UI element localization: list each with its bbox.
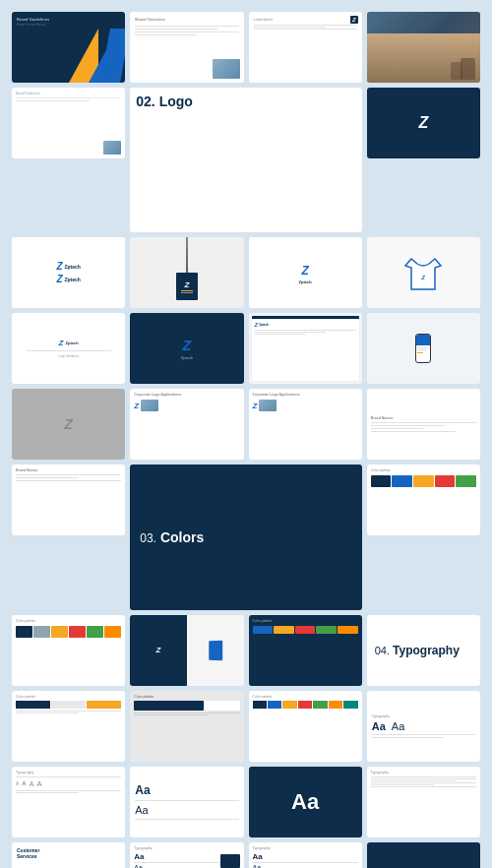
aa-display-b: Aa	[392, 720, 404, 732]
logo-section-title: 02.	[136, 93, 154, 109]
shirt-svg: Z	[403, 254, 443, 291]
card-typo-web-b: Typography Aa Aa	[130, 842, 243, 868]
card-polo-shirt: Z	[367, 237, 480, 308]
card-swatch-e: Color palette	[130, 691, 243, 762]
colors-num: 03.	[140, 531, 156, 545]
stationery-logo: Z	[255, 322, 259, 328]
row-1: Brand Guidelines Brand Identity Manual B…	[12, 12, 480, 83]
brand-sm-label: Brand Guidelines	[16, 92, 121, 95]
row-5: Z Corporate Logo Applications Z Corporat…	[12, 389, 480, 460]
brand-overview-label: Brand Overview	[135, 17, 238, 22]
card-logo-center: Z Zptech	[249, 237, 362, 308]
logo-z-white: Z	[418, 114, 428, 132]
swatch-b-label: Color palette	[16, 619, 121, 623]
card-corp-app-a: Corporate Logo Applications Z	[130, 389, 243, 460]
card-badge: Z	[130, 237, 243, 308]
card-typo-aa-small: Typography Aa Aa	[367, 691, 480, 762]
logo-z-dark-b: Z	[183, 338, 192, 353]
brand-names-b-label: Brand Names	[16, 468, 121, 472]
card-logo-ww-a: Z Zptech Z Zptech	[12, 237, 125, 308]
card-phone	[367, 313, 480, 384]
card-logo-section: 02. Logo	[130, 88, 362, 232]
card-logo-dark: Z	[367, 88, 480, 158]
logo-section-label: Logo	[159, 93, 193, 109]
card-typo-para: Typography	[367, 767, 480, 837]
brand-cover-label: Brand Guidelines	[17, 17, 49, 22]
card-swatch-b: Color palette	[12, 615, 125, 686]
card-brand-names-b: Brand Names	[12, 465, 125, 535]
swatch-a-label: Color palette	[371, 468, 476, 472]
swatch-f-label: Color palette	[253, 695, 358, 699]
brand-sm-a: Zptech	[66, 341, 79, 345]
aa-med: Aa	[135, 783, 238, 797]
brand-name-b: Zptech	[64, 277, 80, 282]
typo-aa-label: Typography	[372, 714, 475, 718]
row-8: Color palette Color palette Color palett…	[12, 691, 480, 762]
row-6: Brand Names 03. Colors Color palette	[12, 465, 480, 609]
brand-names-label: Brand Names	[371, 416, 476, 420]
logo-z-sm-a: Z	[59, 339, 64, 347]
aa-web-c2: Aa	[253, 864, 358, 868]
card-brand-names: Brand Names	[367, 389, 480, 460]
customer-services-text: CustomerServices	[17, 847, 120, 859]
aa-display-a: Aa	[372, 720, 386, 732]
logo-z-grey: Z	[64, 416, 73, 432]
aa-large: Aa	[291, 789, 319, 815]
brand-name-center: Zptech	[299, 279, 312, 284]
row-4: Z Zptech Logo Variations Z Zptech Z Zpte…	[12, 313, 480, 384]
card-brand-guidelines-sm: Brand Guidelines	[12, 88, 125, 158]
card-typo-aa-med: Aa Aa	[130, 767, 243, 837]
card-customer-services: CustomerServices Learn More Contact Us	[12, 842, 125, 868]
typo-para-label: Typography	[371, 771, 476, 775]
card-typo-details: Typography A A A A	[12, 767, 125, 837]
typo-web-c-label: Typography	[253, 846, 358, 850]
row-2: Brand Guidelines 02. Logo Z	[12, 88, 480, 232]
corp-logo-b: Z	[253, 402, 258, 410]
brand-dark-b: Zptech	[181, 355, 193, 360]
page-container: Brand Guidelines Brand Identity Manual B…	[12, 12, 480, 868]
row-10: CustomerServices Learn More Contact Us T…	[12, 842, 480, 868]
letterhead-label: Letterhead	[254, 17, 357, 22]
stationery-brand: Zptech	[259, 323, 269, 327]
card-swatch-d: Color palette	[12, 691, 125, 762]
row-7: Color palette Z Color palette	[12, 615, 480, 686]
logo-z-blue-a: Z	[56, 261, 62, 272]
card-brochure: Z	[130, 615, 243, 686]
typo-web-b-label: Typography	[134, 846, 239, 850]
brand-name-a: Zptech	[64, 264, 80, 270]
typo-label: Typography	[393, 644, 460, 657]
card-typo-section: 04. Typography	[367, 615, 480, 686]
card-elements-section: 05. Elements	[367, 842, 480, 868]
row-9: Typography A A A A Aa Aa Aa Typography	[12, 767, 480, 837]
svg-text:Z: Z	[421, 275, 426, 280]
brand-cover-sub: Brand Identity Manual	[17, 23, 49, 27]
card-logo-dark-b: Z Zptech	[130, 313, 243, 384]
aa-med-2: Aa	[135, 804, 238, 816]
card-stationery: Z Zptech	[249, 313, 362, 384]
typo-det-label: Typography	[16, 771, 121, 775]
card-swatch-c: Color palette	[249, 615, 362, 686]
logo-z-blue-b: Z	[56, 274, 62, 284]
swatch-d-label: Color palette	[16, 695, 121, 699]
card-office-photo	[367, 12, 480, 83]
card-typo-aa-large: Aa	[249, 767, 362, 837]
swatch-c-label: Color palette	[253, 619, 358, 623]
card-typo-web-c: Typography Aa Aa	[249, 842, 362, 868]
card-swatch-f: Color palette	[249, 691, 362, 762]
card-colors-section: 03. Colors	[130, 465, 362, 609]
brochure-logo: Z	[156, 646, 161, 654]
aa-web-c1: Aa	[253, 852, 358, 861]
card-brand-overview: Brand Overview	[130, 12, 243, 83]
logo-z-center: Z	[301, 264, 308, 278]
card-letterhead: Letterhead Z	[249, 12, 362, 83]
badge-logo: Z	[184, 280, 189, 289]
card-logo-grey: Z	[12, 389, 125, 460]
corp-app-a-label: Corporate Logo Applications	[134, 393, 239, 397]
swatch-e-label: Color palette	[134, 695, 239, 699]
colors-label: Colors	[160, 529, 204, 545]
corp-logo-a: Z	[134, 402, 139, 410]
typo-num: 04.	[375, 645, 390, 656]
row-3: Z Zptech Z Zptech Z Z Zptech	[12, 237, 480, 308]
card-brand-cover: Brand Guidelines Brand Identity Manual	[12, 12, 125, 83]
card-corp-app-b: Corporate Logo Applications Z	[249, 389, 362, 460]
